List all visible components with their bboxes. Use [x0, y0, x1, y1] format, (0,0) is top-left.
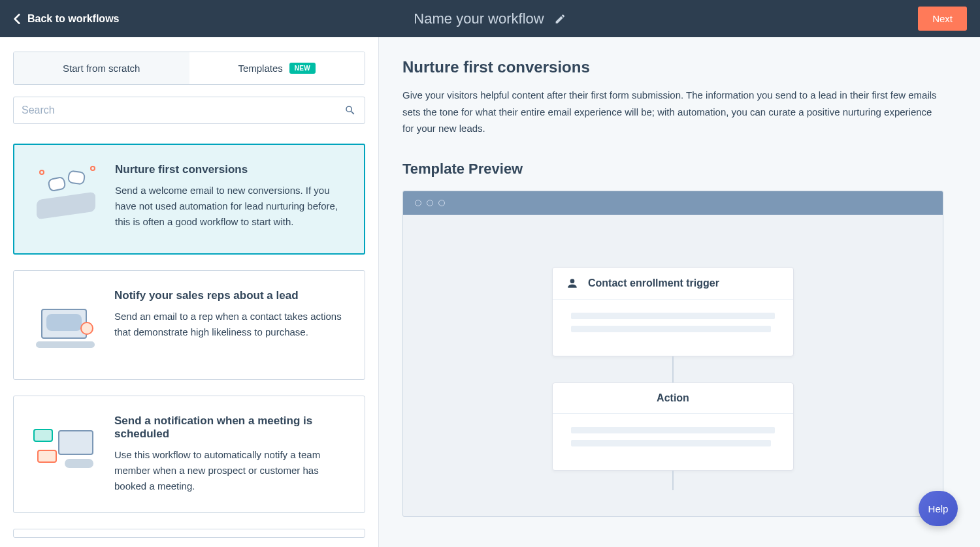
template-card-notify-sales-reps[interactable]: Notify your sales reps about a lead Send… [13, 270, 365, 380]
workflow-name-text: Name your workflow [414, 10, 544, 27]
template-card-description: Send a welcome email to new conversions.… [115, 183, 348, 230]
skeleton-line [571, 427, 775, 433]
tab-start-from-scratch[interactable]: Start from scratch [14, 52, 189, 84]
trigger-card: Contact enrollment trigger [552, 267, 794, 356]
workflow-name-editor[interactable]: Name your workflow [414, 10, 566, 27]
help-button-label: Help [928, 503, 949, 514]
detail-description: Give your visitors helpful content after… [402, 87, 943, 137]
preview-heading: Template Preview [402, 161, 943, 178]
new-badge: NEW [289, 63, 316, 74]
skeleton-line [571, 326, 771, 332]
pencil-icon [555, 13, 566, 25]
template-card-description: Use this workflow to automatically notif… [114, 447, 349, 494]
creation-mode-tabs: Start from scratch Templates NEW [13, 52, 365, 85]
skeleton-line [571, 313, 775, 319]
detail-title: Nurture first conversions [402, 58, 943, 76]
template-card-title: Send a notification when a meeting is sc… [114, 414, 349, 441]
template-card-partial[interactable] [13, 529, 365, 538]
template-preview-window: Contact enrollment trigger Action [402, 191, 943, 517]
trigger-card-body [553, 300, 793, 356]
template-illustration [29, 414, 101, 486]
action-card-title: Action [657, 392, 689, 404]
search-wrap [13, 97, 365, 124]
window-dot-icon [438, 200, 445, 206]
skeleton-line [571, 440, 771, 446]
template-card-nurture-first-conversions[interactable]: Nurture first conversions Send a welcome… [13, 144, 365, 255]
tab-label: Templates [238, 63, 282, 74]
next-button[interactable]: Next [918, 7, 967, 31]
tab-label: Start from scratch [63, 63, 140, 74]
top-bar: Back to workflows Name your workflow Nex… [0, 0, 980, 37]
flow-connector-line [672, 471, 674, 490]
flow-connector-line [672, 356, 674, 383]
main-content: Start from scratch Templates NEW [0, 37, 980, 547]
template-card-description: Send an email to a rep when a contact ta… [114, 309, 349, 340]
right-panel: Nurture first conversions Give your visi… [379, 37, 980, 547]
tab-templates[interactable]: Templates NEW [189, 52, 365, 84]
window-dot-icon [415, 200, 421, 206]
contact-icon [566, 277, 579, 290]
preview-body: Contact enrollment trigger Action [403, 215, 943, 516]
template-card-title: Notify your sales reps about a lead [114, 289, 349, 302]
preview-window-chrome [403, 191, 943, 215]
window-dot-icon [427, 200, 433, 206]
trigger-card-title: Contact enrollment trigger [588, 277, 719, 289]
back-link-label: Back to workflows [27, 13, 119, 25]
action-card-body [553, 414, 793, 470]
template-card-title: Nurture first conversions [115, 163, 348, 176]
back-to-workflows-link[interactable]: Back to workflows [13, 13, 119, 25]
action-card-header: Action [553, 383, 793, 414]
help-button[interactable]: Help [919, 491, 958, 526]
search-icon [344, 104, 356, 116]
template-illustration [29, 289, 101, 361]
template-illustration [30, 163, 102, 235]
left-panel[interactable]: Start from scratch Templates NEW [0, 37, 379, 547]
template-card-meeting-notification[interactable]: Send a notification when a meeting is sc… [13, 396, 365, 513]
search-input[interactable] [13, 97, 365, 124]
trigger-card-header: Contact enrollment trigger [553, 268, 793, 300]
action-card: Action [552, 383, 794, 471]
chevron-left-icon [13, 13, 21, 25]
